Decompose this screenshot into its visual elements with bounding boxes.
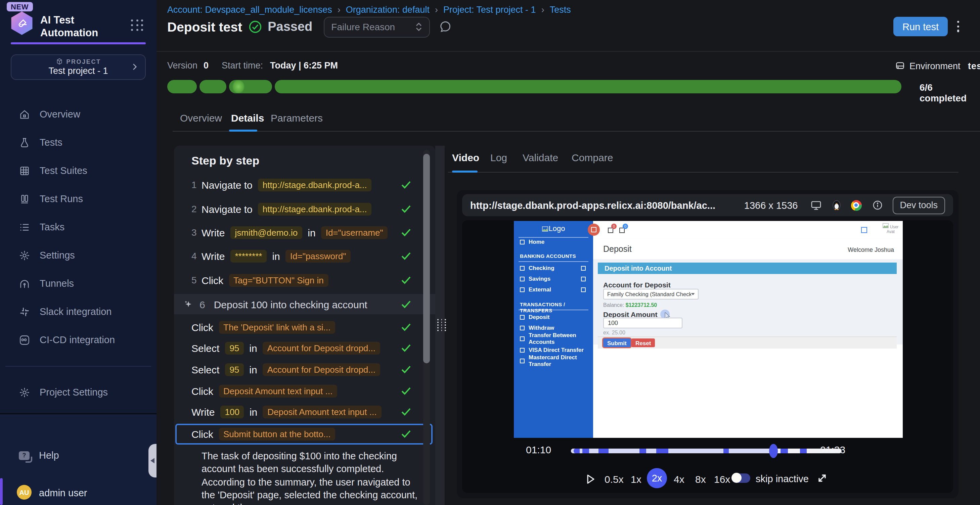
apps-grid-icon[interactable]	[131, 19, 144, 31]
breadcrumb-organization[interactable]: Organization: default	[346, 4, 430, 14]
step-row-5[interactable]: 5 Click Tag="BUTTON" Sign in	[174, 272, 435, 288]
sidebar-item-tasks[interactable]: Tasks	[0, 216, 156, 238]
panel-resize-handle[interactable]	[435, 146, 445, 505]
tab-parameters[interactable]: Parameters	[271, 112, 323, 124]
timeline-marker[interactable]	[582, 449, 589, 453]
sidebar-item-label: Settings	[40, 250, 75, 260]
dev-tools-button[interactable]: Dev tools	[892, 197, 945, 214]
failure-reason-select[interactable]: Failure Reason	[324, 16, 430, 37]
timeline-marker[interactable]	[723, 449, 729, 453]
speed-0.5x[interactable]: 0.5x	[605, 473, 624, 485]
step-row-4[interactable]: 4 Write ******** in Id="password"	[174, 248, 435, 264]
step-target-chip: Id="password"	[285, 249, 351, 262]
substep-row-3[interactable]: Select 95 in Account for Deposit dropd..…	[174, 361, 435, 377]
timeline-marker[interactable]	[800, 449, 807, 453]
breadcrumb-project[interactable]: Project: Test project - 1	[443, 4, 536, 14]
sidebar-item-slack-integration[interactable]: Slack integration	[0, 300, 156, 323]
step-row-2[interactable]: 2 Navigate to http://stage.dbank.prod-a.…	[174, 201, 435, 217]
step-row-1[interactable]: 1 Navigate to http://stage.dbank.prod-a.…	[174, 176, 435, 193]
timeline-marker[interactable]	[598, 449, 608, 453]
bank-nav-mastercard-transfer[interactable]: Mastercard Direct Transfer	[514, 357, 593, 365]
timeline-track[interactable]	[571, 449, 842, 453]
balance-label: Balance:	[603, 302, 624, 308]
substep-row-5[interactable]: Write 100 in Deposit Amount text input .…	[174, 403, 435, 420]
bank-nav-deposit[interactable]: Deposit	[514, 313, 593, 321]
comment-icon[interactable]	[439, 20, 452, 33]
tab-details[interactable]: Details	[231, 112, 264, 124]
bank-nav-visa-transfer[interactable]: VISA Direct Transfer	[514, 346, 593, 354]
timeline-playhead[interactable]	[769, 444, 778, 458]
timeline-marker[interactable]	[640, 449, 646, 453]
bank-transfers-header: TRANSACTIONS / TRANSFERS	[520, 302, 593, 314]
sidebar-item-help[interactable]: ? Help	[0, 444, 156, 467]
tab-video[interactable]: Video	[452, 152, 479, 163]
run-test-button[interactable]: Run test	[893, 17, 948, 36]
sidebar-item-cicd-integration[interactable]: CI-CD integration	[0, 329, 156, 351]
bank-nav-home[interactable]: Home	[514, 238, 593, 246]
sidebar-item-test-runs[interactable]: Test Runs	[0, 187, 156, 210]
project-name: Test project - 1	[11, 66, 145, 76]
recording-indicator	[588, 224, 600, 236]
tab-log[interactable]: Log	[490, 152, 507, 163]
breadcrumb-tests[interactable]: Tests	[550, 4, 571, 14]
breadcrumb: Account: Devspace_all_module_licenses › …	[167, 3, 571, 16]
breadcrumb-account[interactable]: Account: Devspace_all_module_licenses	[167, 4, 332, 14]
step-group-header[interactable]: 6 Deposit 100 into checking account	[174, 294, 435, 314]
step-check-icon	[401, 365, 411, 373]
sidebar-item-test-suites[interactable]: Test Suites	[0, 159, 156, 182]
columns-icon	[19, 193, 30, 205]
substep-row-1[interactable]: Click The 'Deposit' link with a si...	[174, 319, 435, 335]
account-select[interactable]: Family Checking (Standard Checking)	[603, 289, 698, 300]
deposit-card-title: Deposit into Account	[598, 262, 897, 274]
speed-8x[interactable]: 8x	[695, 473, 706, 485]
tab-validate[interactable]: Validate	[523, 152, 558, 163]
submit-button[interactable]: Submit	[603, 338, 631, 347]
timeline-marker[interactable]	[781, 449, 788, 453]
list-icon	[19, 221, 30, 233]
window-badge-red: 0	[611, 224, 617, 229]
project-switcher[interactable]: PROJECT Test project - 1	[11, 54, 146, 80]
fullscreen-icon[interactable]	[817, 473, 827, 483]
steps-scrollbar[interactable]	[423, 150, 430, 505]
speed-4x[interactable]: 4x	[674, 473, 684, 485]
speed-16x[interactable]: 16x	[714, 473, 730, 485]
speed-2x-active[interactable]: 2x	[647, 468, 667, 488]
info-icon[interactable]	[872, 199, 883, 211]
bank-nav-withdraw[interactable]: Withdraw	[514, 324, 593, 332]
sidebar-collapse-handle[interactable]	[148, 444, 156, 478]
step-check-icon	[401, 344, 411, 352]
tab-compare[interactable]: Compare	[572, 152, 613, 163]
substep-row-4[interactable]: Click Deposit Amount text input ...	[174, 383, 435, 399]
speed-1x[interactable]: 1x	[631, 473, 641, 485]
sidebar-item-tunnels[interactable]: Tunnels	[0, 272, 156, 295]
sidebar-item-project-settings[interactable]: Project Settings	[0, 381, 156, 403]
skip-inactive-toggle[interactable]	[732, 473, 750, 483]
page-title: Deposit test	[167, 19, 242, 35]
step-check-icon	[401, 408, 411, 416]
more-menu-icon[interactable]	[957, 21, 959, 32]
bank-nav-transfer-between[interactable]: Transfer Between Accounts	[514, 334, 593, 343]
tab-overview[interactable]: Overview	[180, 112, 222, 124]
sidebar-item-tests[interactable]: Tests	[0, 131, 156, 154]
reset-button[interactable]: Reset	[632, 338, 655, 347]
user-avatar[interactable]: AU	[17, 485, 32, 500]
step-row-3[interactable]: 3 Write jsmith@demo.io in Id="username"	[174, 224, 435, 240]
linux-icon	[832, 200, 841, 210]
substep-row-6-selected[interactable]: Click Submit button at the botto...	[174, 426, 435, 442]
progress-segment[interactable]	[275, 80, 901, 93]
substep-row-2[interactable]: Select 95 in Account for Deposit dropd..…	[174, 340, 435, 356]
timeline-marker[interactable]	[573, 449, 580, 453]
play-icon[interactable]	[586, 474, 595, 484]
step-target-chip: The 'Deposit' link with a si...	[219, 321, 335, 333]
sidebar-item-overview[interactable]: Overview	[0, 103, 156, 125]
checkbox-icon[interactable]	[861, 227, 867, 233]
progress-segment[interactable]	[167, 80, 197, 93]
timeline-marker[interactable]	[656, 449, 668, 453]
deposit-amount-input[interactable]: 100	[603, 318, 682, 329]
user-name[interactable]: admin user	[39, 488, 87, 498]
progress-segment[interactable]	[199, 80, 226, 93]
sidebar-item-settings[interactable]: Settings	[0, 244, 156, 267]
steps-scrollbar-thumb[interactable]	[423, 154, 430, 363]
progress-segment[interactable]	[229, 80, 272, 93]
help-icon: ?	[19, 451, 30, 460]
